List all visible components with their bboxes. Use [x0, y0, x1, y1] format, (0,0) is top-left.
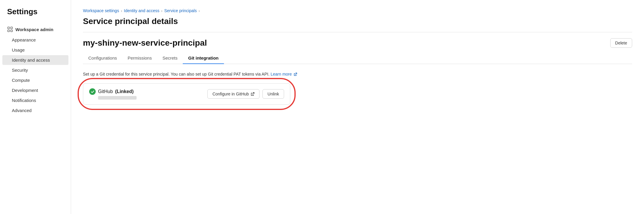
unlink-button[interactable]: Unlink: [262, 89, 284, 99]
github-subtext-redacted: [98, 96, 137, 100]
github-card-left: GitHub (Linked): [89, 88, 137, 100]
delete-button[interactable]: Delete: [610, 38, 632, 48]
configure-in-github-button[interactable]: Configure in GitHub: [207, 89, 259, 99]
breadcrumb-workspace-settings[interactable]: Workspace settings: [83, 8, 119, 13]
tab-permissions[interactable]: Permissions: [122, 52, 157, 64]
sidebar-item-compute[interactable]: Compute: [2, 75, 68, 85]
external-link-icon: [294, 73, 297, 76]
breadcrumb-service-principals[interactable]: Service principals: [164, 8, 197, 13]
github-linked-status: GitHub (Linked): [89, 88, 137, 95]
github-card: GitHub (Linked) Configure in GitHub Unli…: [83, 83, 290, 105]
svg-rect-1: [11, 27, 12, 29]
sidebar: Settings Workspace admin AppearanceUsage…: [0, 0, 71, 214]
sidebar-item-security[interactable]: Security: [2, 65, 68, 75]
tab-secrets[interactable]: Secrets: [157, 52, 183, 64]
breadcrumb: Workspace settings › Identity and access…: [83, 8, 632, 13]
sidebar-workspace-section: Workspace admin AppearanceUsageIdentity …: [0, 22, 71, 117]
tab-git-integration[interactable]: Git integration: [183, 52, 224, 64]
github-title: GitHub: [98, 89, 113, 94]
workspace-icon: [7, 26, 13, 32]
breadcrumb-sep-2: ›: [161, 9, 162, 13]
breadcrumb-sep-1: ›: [121, 9, 122, 13]
tabs-container: ConfigurationsPermissionsSecretsGit inte…: [83, 52, 632, 64]
learn-more-link[interactable]: Learn more: [270, 72, 297, 76]
github-linked-label: (Linked): [115, 89, 134, 94]
configure-external-link-icon: [251, 92, 254, 96]
breadcrumb-identity-access[interactable]: Identity and access: [124, 8, 159, 13]
sidebar-item-advanced[interactable]: Advanced: [2, 106, 68, 115]
configure-button-label: Configure in GitHub: [212, 92, 249, 96]
sp-header: my-shiny-new-service-principal Delete: [83, 38, 632, 52]
git-description: Set up a Git credential for this service…: [83, 71, 632, 77]
sidebar-workspace-admin[interactable]: Workspace admin: [0, 24, 71, 35]
github-card-wrapper: GitHub (Linked) Configure in GitHub Unli…: [83, 83, 290, 105]
svg-rect-0: [8, 27, 9, 29]
page-title: Service principal details: [83, 17, 632, 32]
check-circle-icon: [89, 88, 96, 95]
sidebar-item-development[interactable]: Development: [2, 85, 68, 95]
sidebar-item-usage[interactable]: Usage: [2, 45, 68, 55]
tab-configurations[interactable]: Configurations: [83, 52, 122, 64]
sidebar-item-notifications[interactable]: Notifications: [2, 95, 68, 105]
github-card-actions: Configure in GitHub Unlink: [207, 89, 284, 99]
main-content: Workspace settings › Identity and access…: [71, 0, 644, 214]
svg-rect-3: [11, 30, 12, 32]
description-text: Set up a Git credential for this service…: [83, 72, 270, 76]
sidebar-nav: AppearanceUsageIdentity and accessSecuri…: [0, 35, 71, 115]
sidebar-item-identity-access[interactable]: Identity and access: [2, 55, 68, 65]
sidebar-item-appearance[interactable]: Appearance: [2, 35, 68, 45]
sidebar-title: Settings: [0, 7, 71, 22]
svg-rect-2: [8, 30, 9, 32]
sp-name: my-shiny-new-service-principal: [83, 38, 207, 48]
workspace-admin-label: Workspace admin: [15, 27, 53, 32]
breadcrumb-sep-3: ›: [198, 9, 200, 13]
